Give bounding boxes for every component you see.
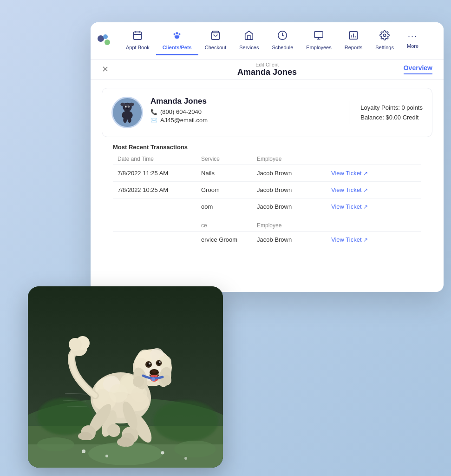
row3-service: oom xyxy=(201,203,257,210)
vertical-divider xyxy=(349,101,349,124)
svg-point-1 xyxy=(103,34,108,39)
overview-tab[interactable]: Overview xyxy=(404,64,432,74)
svg-point-24 xyxy=(120,103,125,106)
nav-item-employees[interactable]: Employees xyxy=(300,26,338,55)
external-link-icon: ↗ xyxy=(363,170,368,177)
balance: Balance: $0.00 Credit xyxy=(360,114,423,121)
reports-icon xyxy=(348,30,359,43)
table-row: ervice Groom Jacob Brown View Ticket ↗ xyxy=(113,231,421,248)
svg-point-46 xyxy=(184,457,187,460)
nav-item-reports[interactable]: Reports xyxy=(338,26,369,55)
nav-item-checkout[interactable]: Checkout xyxy=(198,26,233,55)
phone-icon: 📞 xyxy=(150,109,157,115)
row1-view-ticket[interactable]: View Ticket ↗ xyxy=(331,170,417,177)
employees-icon xyxy=(314,30,324,43)
svg-point-7 xyxy=(176,32,179,34)
settings-label: Settings xyxy=(375,45,394,50)
settings-icon xyxy=(379,30,390,43)
transactions-title: Most Recent Transactions xyxy=(113,144,421,151)
client-name: Amanda Jones xyxy=(150,97,338,106)
svg-point-74 xyxy=(149,363,150,364)
view-ticket-label: View Ticket xyxy=(331,186,362,193)
client-card: Amanda Jones 📞 (800) 604-2040 ✉️ AJ45@em… xyxy=(102,88,432,137)
edit-title-block: Edit Client Amanda Jones xyxy=(237,62,297,77)
view-ticket-label: View Ticket xyxy=(331,203,362,210)
svg-point-39 xyxy=(153,400,218,442)
row2-service: Groom xyxy=(201,186,257,193)
col2-datetime xyxy=(118,222,201,229)
svg-point-75 xyxy=(159,361,161,363)
row1-date: 7/8/2022 11:25 AM xyxy=(118,170,201,177)
table-row: oom Jacob Brown View Ticket ↗ xyxy=(113,198,421,215)
checkout-label: Checkout xyxy=(205,45,226,50)
row2-employee: Jacob Brown xyxy=(257,186,331,193)
svg-rect-3 xyxy=(134,32,142,40)
client-details: Amanda Jones 📞 (800) 604-2040 ✉️ AJ45@em… xyxy=(150,97,338,125)
svg-point-2 xyxy=(105,40,110,45)
more-icon: ··· xyxy=(408,32,418,41)
svg-point-31 xyxy=(126,106,127,107)
close-button[interactable]: ✕ xyxy=(102,64,109,74)
row2-view-ticket[interactable]: View Ticket ↗ xyxy=(331,186,417,193)
nav-item-clients-pets[interactable]: Clients/Pets xyxy=(156,26,198,55)
svg-point-45 xyxy=(161,451,164,455)
nav-item-schedule[interactable]: Schedule xyxy=(265,26,300,55)
svg-point-25 xyxy=(130,103,134,106)
nav-items: Appt Book Clients/Pets xyxy=(119,26,439,55)
table-row: 7/8/2022 11:25 AM Nails Jacob Brown View… xyxy=(113,165,421,182)
row4-service: ervice Groom xyxy=(201,236,257,243)
dog-photo-overlay xyxy=(28,286,223,468)
svg-point-21 xyxy=(383,34,386,37)
view-ticket-label: View Ticket xyxy=(331,236,362,243)
checkout-icon xyxy=(210,30,221,43)
col2-service: ce xyxy=(201,222,257,229)
col-service: Service xyxy=(201,156,257,162)
appt-book-label: Appt Book xyxy=(126,45,150,50)
loyalty-points: Loyalty Points: 0 points xyxy=(360,104,423,111)
svg-point-44 xyxy=(105,455,108,457)
app-window: Appt Book Clients/Pets xyxy=(91,22,444,292)
schedule-label: Schedule xyxy=(272,45,293,50)
transactions-section: Most Recent Transactions Date and Time S… xyxy=(102,144,432,215)
app-logo xyxy=(95,32,113,50)
nav-bar: Appt Book Clients/Pets xyxy=(91,22,444,60)
row1-service: Nails xyxy=(201,170,257,177)
svg-point-9 xyxy=(179,33,181,34)
nav-item-settings[interactable]: Settings xyxy=(369,26,400,55)
email-row: ✉️ AJ45@email.com xyxy=(150,117,338,124)
edit-header: ✕ Edit Client Amanda Jones Overview xyxy=(91,60,444,79)
svg-point-33 xyxy=(126,107,129,109)
row3-employee: Jacob Brown xyxy=(257,203,331,210)
external-link-icon: ↗ xyxy=(363,237,368,243)
svg-point-0 xyxy=(98,35,104,42)
view-ticket-label: View Ticket xyxy=(331,170,362,177)
services-icon xyxy=(244,30,254,43)
transactions-table: Date and Time Service Employee 7/8/2022 … xyxy=(113,153,421,215)
row3-view-ticket[interactable]: View Ticket ↗ xyxy=(331,203,417,210)
svg-point-89 xyxy=(78,432,92,440)
col-employee: Employee xyxy=(257,156,331,162)
nav-item-appt-book[interactable]: Appt Book xyxy=(119,26,156,55)
second-table-section: ce Employee ervice Groom Jacob Brown Vie… xyxy=(102,215,432,248)
reports-label: Reports xyxy=(345,45,363,50)
svg-point-40 xyxy=(37,437,74,451)
row2-date: 7/8/2022 10:25 AM xyxy=(118,186,201,193)
phone-row: 📞 (800) 604-2040 xyxy=(150,108,338,115)
svg-point-55 xyxy=(109,384,128,403)
svg-point-8 xyxy=(174,33,176,34)
svg-point-41 xyxy=(174,441,216,457)
nav-item-services[interactable]: Services xyxy=(233,26,265,55)
nav-item-more[interactable]: ··· More xyxy=(400,28,425,54)
client-info-row: Amanda Jones 📞 (800) 604-2040 ✉️ AJ45@em… xyxy=(111,97,423,128)
email-icon: ✉️ xyxy=(150,117,157,124)
svg-point-32 xyxy=(128,106,129,107)
more-label: More xyxy=(407,43,418,49)
svg-point-57 xyxy=(131,386,147,402)
employees-label: Employees xyxy=(306,45,331,50)
row1-employee: Jacob Brown xyxy=(257,170,331,177)
row4-employee: Jacob Brown xyxy=(257,236,331,243)
svg-point-27 xyxy=(123,118,127,123)
col2-action xyxy=(331,222,417,229)
table-header: Date and Time Service Employee xyxy=(113,153,421,165)
row4-view-ticket[interactable]: View Ticket ↗ xyxy=(331,236,417,243)
